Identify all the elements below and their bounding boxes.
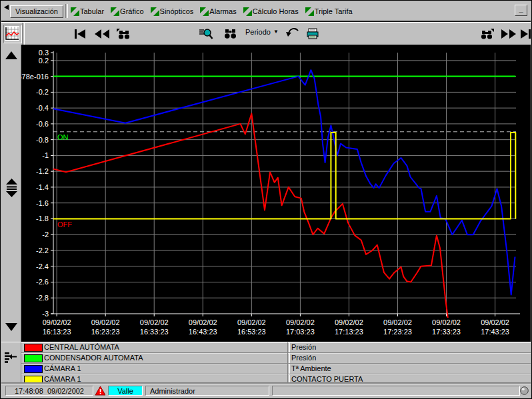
tab-icon (151, 7, 159, 16)
printer-icon (306, 28, 319, 40)
tab-icon (71, 7, 79, 16)
minimize-glyph: _ (519, 5, 523, 13)
zoom-tool-button[interactable] (197, 27, 215, 41)
y-tick-label: -0.2 (36, 88, 49, 96)
visualization-label: Visualización (15, 7, 58, 15)
y-tick-label: -3 (42, 310, 49, 318)
y-tick-label: 578e-016 (21, 73, 49, 81)
x-tick-date-label: 09/02/02 (383, 318, 412, 326)
vertical-zoom-button[interactable] (5, 178, 18, 198)
chart-sidebar (1, 45, 21, 342)
status-date: 09/02/2002 (47, 387, 84, 395)
forward-icon (501, 28, 517, 40)
arrow-up-icon (5, 51, 17, 60)
print-button[interactable] (305, 27, 321, 41)
y-tick-label: -2 (42, 230, 49, 238)
x-tick-time-label: 16:23:23 (91, 328, 120, 336)
legend-sidebar (1, 342, 21, 386)
x-tick-time-label: 17:13:23 (335, 328, 363, 336)
menu-tab-tabular[interactable]: Tabular (71, 7, 104, 16)
scroll-up-button[interactable] (5, 49, 18, 62)
legend-toggle-button[interactable] (4, 352, 17, 365)
status-bar: 17:48:08 09/02/2002 Valle Administrador (1, 384, 531, 398)
legend-series-name: CÁMARA 1 (44, 364, 81, 372)
y-tick-label: -1.6 (36, 199, 49, 207)
scroll-down-button[interactable] (5, 320, 18, 334)
y-tick-label: 0.2 (39, 57, 49, 65)
tab-icon (200, 7, 209, 16)
tab-label: Cálculo Horas (253, 7, 299, 15)
x-tick-date-label: 09/02/02 (481, 318, 509, 326)
legend-swatch (24, 376, 43, 384)
tab-label: Tabular (80, 7, 104, 15)
x-tick-date-label: 09/02/02 (286, 318, 315, 326)
tab-icon (243, 7, 252, 16)
tab-label: Sinópticos (160, 7, 194, 15)
alarm-indicator[interactable] (95, 386, 105, 397)
menu-tab-c-lculo-horas[interactable]: Cálculo Horas (243, 7, 299, 16)
on-label: ON (57, 133, 69, 141)
tariff-badge: Valle (108, 386, 143, 396)
tariff-label: Valle (117, 387, 133, 395)
rewind-button[interactable] (92, 27, 112, 41)
y-tick-label: -2.6 (36, 278, 49, 286)
tab-label: Triple Tarifa (315, 7, 353, 15)
find-next-button[interactable] (479, 27, 496, 41)
y-tick-label: -0.6 (36, 120, 49, 128)
binoculars-left-icon (116, 28, 131, 40)
legend-row[interactable]: CONDENSADOR AUTOMATAPresión (21, 353, 531, 364)
x-tick-time-label: 17:33:23 (432, 328, 461, 336)
menu-tab-triple-tarifa[interactable]: Triple Tarifa (305, 7, 353, 16)
menu-tabs: Tabular Gráfico Sinópticos Alarmas Cálcu… (71, 4, 353, 19)
legend-series-magnitude: Tª Ambiente (291, 364, 331, 372)
go-last-icon (520, 28, 532, 40)
undo-button[interactable] (284, 27, 301, 41)
y-tick-label: -1.8 (36, 214, 49, 222)
x-tick-date-label: 09/02/02 (189, 318, 217, 326)
y-tick-label: -2.2 (36, 246, 49, 254)
binoculars-right-icon (480, 28, 495, 40)
visualization-menu-button[interactable]: Visualización (10, 5, 63, 18)
x-tick-time-label: 17:43:23 (481, 328, 509, 336)
period-dropdown[interactable]: Periodo ▼ (245, 28, 279, 36)
legend-row[interactable]: CENTRAL AUTÓMATAPresión (21, 342, 531, 353)
legend-series-magnitude: CONTACTO PUERTA (291, 375, 363, 383)
legend-list-icon (4, 352, 17, 364)
binoculars-icon (224, 29, 237, 39)
user-label: Administrador (150, 387, 195, 395)
series-line-2 (53, 70, 515, 294)
message-panel (272, 386, 520, 396)
go-last-button[interactable] (519, 27, 532, 41)
x-tick-time-label: 17:03:23 (286, 328, 315, 336)
chart-mode-button[interactable] (3, 25, 22, 43)
x-tick-date-label: 09/02/02 (432, 318, 461, 326)
legend-row[interactable]: CÁMARA 1Tª Ambiente (21, 364, 531, 374)
x-tick-time-label: 16:53:23 (237, 328, 266, 336)
y-tick-label: 0.3 (39, 49, 49, 57)
menu-tab-sin-pticos[interactable]: Sinópticos (151, 7, 194, 16)
series-line-0 (53, 114, 449, 322)
connection-indicator-icon (520, 386, 529, 396)
tab-label: Alarmas (209, 7, 236, 15)
menu-bar: Visualización Tabular Gráfico Sinópticos… (1, 1, 531, 22)
legend-swatch (24, 354, 43, 362)
find-previous-button[interactable] (115, 27, 132, 41)
legend-swatch (24, 365, 43, 373)
forward-button[interactable] (499, 27, 519, 41)
menu-tab-alarmas[interactable]: Alarmas (200, 7, 236, 16)
main-area: 0.30.2578e-016-0.2-0.4-0.6-0.8-1-1.2-1.4… (1, 45, 531, 342)
legend-column-divider (287, 353, 290, 363)
minimize-button[interactable]: _ (515, 5, 527, 16)
back-arrow-icon[interactable] (4, 5, 9, 10)
legend-column-divider (287, 364, 290, 374)
menu-tab-gr-fico[interactable]: Gráfico (111, 7, 143, 16)
menu-separator (65, 4, 68, 18)
y-tick-label: -2.8 (36, 294, 49, 302)
find-button[interactable] (223, 27, 239, 41)
rewind-icon (94, 28, 110, 40)
go-first-button[interactable] (72, 27, 88, 41)
x-tick-time-label: 17:23:23 (383, 328, 412, 336)
chart-canvas[interactable]: 0.30.2578e-016-0.2-0.4-0.6-0.8-1-1.2-1.4… (21, 45, 532, 342)
y-tick-label: -1 (42, 151, 49, 159)
legend-table: CENTRAL AUTÓMATAPresiónCONDENSADOR AUTOM… (21, 342, 531, 386)
